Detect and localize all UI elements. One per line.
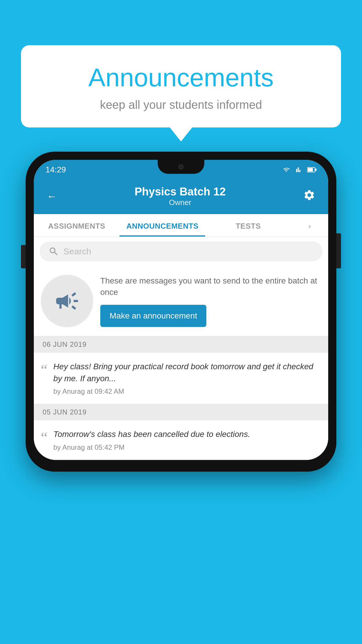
date-divider-2: 05 JUN 2019 xyxy=(34,404,328,420)
announcement-meta-1: by Anurag at 09:42 AM xyxy=(53,387,321,396)
announcement-item-1[interactable]: “ Hey class! Bring your practical record… xyxy=(34,353,328,404)
announcement-meta-2: by Anurag at 05:42 PM xyxy=(53,443,321,452)
quote-icon-2: “ xyxy=(41,430,48,445)
status-time: 14:29 xyxy=(45,165,66,174)
svg-rect-1 xyxy=(308,168,313,172)
search-icon xyxy=(48,246,59,257)
tab-announcements[interactable]: ANNOUNCEMENTS xyxy=(120,214,205,237)
app-bar-subtitle: Owner xyxy=(135,198,226,207)
content-area: Search These are messages you want to se… xyxy=(34,237,328,460)
notch xyxy=(158,160,204,174)
promo-right: These are messages you want to send to t… xyxy=(100,275,321,327)
tab-assignments[interactable]: ASSIGNMENTS xyxy=(34,214,120,237)
quote-icon-1: “ xyxy=(41,363,48,378)
camera xyxy=(178,164,184,169)
settings-button[interactable] xyxy=(301,187,318,206)
status-icons xyxy=(282,167,317,173)
announcement-text-1: Hey class! Bring your practical record b… xyxy=(53,361,321,384)
bubble-subtitle: keep all your students informed xyxy=(33,98,329,111)
make-announcement-button[interactable]: Make an announcement xyxy=(100,305,206,327)
intro-card: Announcements keep all your students inf… xyxy=(21,45,341,127)
app-bar-center: Physics Batch 12 Owner xyxy=(135,186,226,207)
bubble-title: Announcements xyxy=(33,63,329,92)
promo-icon-circle xyxy=(41,275,93,327)
svg-rect-2 xyxy=(315,169,317,171)
tab-more[interactable]: › xyxy=(291,214,328,237)
phone-outer: 14:29 ← xyxy=(26,152,336,472)
wifi-icon xyxy=(282,167,291,173)
announcement-text-2: Tomorrow's class has been cancelled due … xyxy=(53,428,321,440)
megaphone-icon xyxy=(54,288,80,314)
phone-mockup: 14:29 ← xyxy=(26,152,336,472)
promo-section: These are messages you want to send to t… xyxy=(34,266,328,336)
phone-screen: 14:29 ← xyxy=(34,160,328,460)
announcement-item-2[interactable]: “ Tomorrow's class has been cancelled du… xyxy=(34,420,328,460)
search-placeholder: Search xyxy=(64,246,91,256)
speech-bubble: Announcements keep all your students inf… xyxy=(21,45,341,127)
app-bar-title: Physics Batch 12 xyxy=(135,186,226,198)
app-bar: ← Physics Batch 12 Owner xyxy=(34,180,328,214)
back-button[interactable]: ← xyxy=(44,188,59,205)
tab-tests[interactable]: TESTS xyxy=(205,214,291,237)
promo-text: These are messages you want to send to t… xyxy=(100,275,321,298)
search-wrapper: Search xyxy=(34,237,328,266)
announcement-content-2: Tomorrow's class has been cancelled due … xyxy=(53,428,321,452)
announcement-content-1: Hey class! Bring your practical record b… xyxy=(53,361,321,396)
search-bar[interactable]: Search xyxy=(40,242,322,261)
tabs-bar: ASSIGNMENTS ANNOUNCEMENTS TESTS › xyxy=(34,214,328,237)
date-divider-1: 06 JUN 2019 xyxy=(34,336,328,353)
battery-icon xyxy=(307,167,317,173)
signal-icon xyxy=(294,167,304,173)
status-bar: 14:29 xyxy=(34,160,328,180)
